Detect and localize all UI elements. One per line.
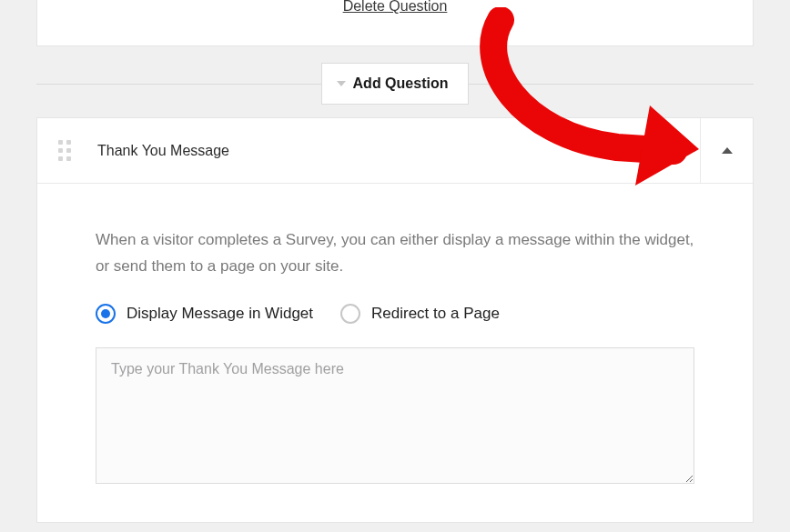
radio-label: Display Message in Widget	[127, 305, 313, 323]
add-question-button[interactable]: Add Question	[321, 63, 470, 105]
panel-display-logic-label[interactable]: Display Logic	[601, 143, 700, 158]
thank-you-panel: Thank You Message Display Logic When a v…	[36, 117, 754, 523]
thank-you-mode-radio-group: Display Message in Widget Redirect to a …	[96, 304, 694, 324]
add-question-label: Add Question	[353, 75, 449, 92]
panel-collapse-button[interactable]	[700, 118, 753, 184]
chevron-up-icon	[722, 147, 733, 154]
panel-body: When a visitor completes a Survey, you c…	[37, 184, 753, 522]
radio-icon	[340, 304, 360, 324]
divider-left	[36, 84, 321, 85]
radio-display-in-widget[interactable]: Display Message in Widget	[96, 304, 313, 324]
divider-right	[469, 84, 754, 85]
radio-redirect-to-page[interactable]: Redirect to a Page	[340, 304, 500, 324]
chevron-down-icon	[337, 81, 346, 86]
add-question-row: Add Question	[36, 63, 754, 105]
radio-label: Redirect to a Page	[371, 305, 500, 323]
thank-you-message-textarea[interactable]	[96, 347, 694, 484]
previous-question-card: Delete Question	[36, 0, 754, 46]
drag-handle-icon[interactable]	[37, 140, 92, 161]
delete-question-link[interactable]: Delete Question	[343, 0, 448, 18]
panel-header: Thank You Message Display Logic	[37, 118, 753, 184]
panel-title: Thank You Message	[92, 143, 601, 159]
help-text: When a visitor completes a Survey, you c…	[96, 227, 694, 280]
radio-icon	[96, 304, 116, 324]
